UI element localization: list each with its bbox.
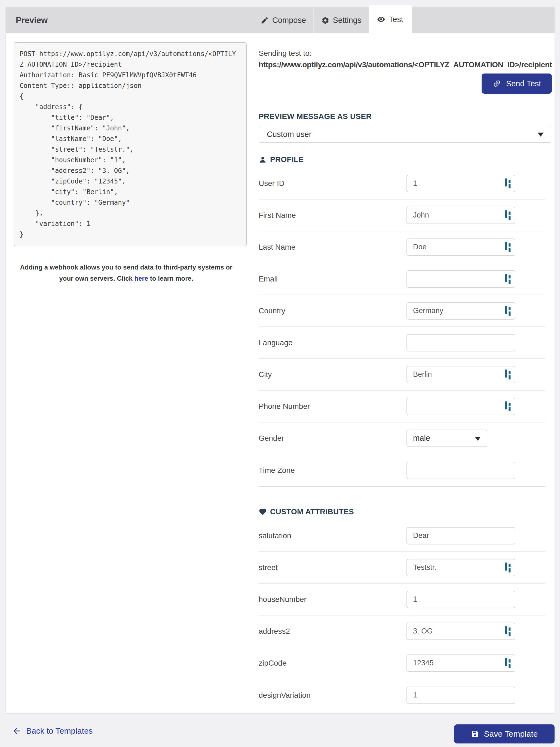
- field-select[interactable]: male: [406, 430, 487, 447]
- custom-attributes-heading: CUSTOM ATTRIBUTES: [259, 508, 557, 516]
- field-label: salutation: [259, 532, 406, 540]
- optilyz-brand-icon: [505, 210, 511, 221]
- field-row: Email: [259, 263, 545, 295]
- profile-section-heading: PROFILE: [259, 155, 557, 164]
- field-input[interactable]: [406, 654, 515, 672]
- chevron-down-icon: [475, 437, 481, 441]
- back-to-templates-link[interactable]: Back to Templates: [12, 723, 93, 739]
- field-row: First Name: [259, 200, 545, 231]
- field-row: houseNumber: [259, 584, 545, 616]
- chevron-down-icon: [538, 133, 544, 137]
- main-card: Preview Compose Settings Test POST https…: [6, 7, 555, 713]
- card-body: POST https://www.optilyz.com/api/v3/auto…: [6, 33, 555, 713]
- field-input[interactable]: [406, 687, 515, 704]
- field-input[interactable]: [406, 175, 515, 192]
- field-label: Language: [259, 338, 406, 347]
- pencil-icon: [260, 16, 269, 25]
- field-input[interactable]: [406, 527, 515, 544]
- gear-icon: [321, 16, 329, 25]
- field-input[interactable]: [406, 398, 515, 415]
- send-test-button[interactable]: Send Test: [482, 74, 552, 94]
- tab-test-active[interactable]: Test: [368, 5, 412, 34]
- optilyz-brand-icon: [505, 274, 511, 284]
- field-label: Gender: [259, 434, 406, 443]
- webhook-note: Adding a webhook allows you to send data…: [18, 262, 235, 284]
- preview-user-select-value: Custom user: [267, 130, 311, 139]
- optilyz-brand-icon: [505, 369, 511, 380]
- sending-test-label: Sending test to:: [259, 49, 552, 58]
- optilyz-brand-icon: [505, 658, 511, 669]
- preview-user-select[interactable]: Custom user: [259, 126, 551, 143]
- arrow-left-icon: [12, 726, 21, 736]
- field-label: User ID: [259, 179, 406, 188]
- save-icon: [471, 730, 479, 738]
- eye-icon: [377, 15, 385, 23]
- field-row: zipCode: [259, 647, 545, 679]
- field-row: Phone Number: [259, 391, 545, 422]
- field-row: address2: [259, 616, 545, 647]
- preview-message-as-user-section: PREVIEW MESSAGE AS USER Custom user: [259, 112, 551, 143]
- heart-icon: [259, 508, 267, 516]
- page: Preview Compose Settings Test POST https…: [0, 0, 560, 747]
- profile-heading-label: PROFILE: [270, 155, 304, 164]
- field-label: Email: [259, 275, 406, 283]
- field-row: street: [259, 552, 545, 584]
- field-row: User ID: [259, 168, 545, 200]
- custom-attributes-heading-label: CUSTOM ATTRIBUTES: [270, 508, 354, 516]
- webhook-here-link[interactable]: here: [134, 275, 148, 282]
- field-label: Country: [259, 307, 406, 315]
- field-row: salutation: [259, 520, 545, 552]
- field-input[interactable]: [406, 302, 515, 319]
- field-input[interactable]: [406, 207, 515, 224]
- field-label: Last Name: [259, 243, 406, 252]
- link-icon: [490, 77, 503, 89]
- tab-compose-label: Compose: [272, 16, 306, 25]
- field-label: street: [259, 563, 406, 572]
- send-test-button-label: Send Test: [506, 79, 541, 88]
- field-label: First Name: [259, 211, 406, 220]
- field-row: Time Zone: [259, 454, 545, 486]
- field-row: Last Name: [259, 231, 545, 263]
- field-input[interactable]: [406, 623, 515, 640]
- field-label: address2: [259, 627, 406, 636]
- field-input[interactable]: [406, 591, 515, 608]
- header-bar: Preview Compose Settings Test: [6, 7, 555, 33]
- profile-fields: User ID First Name Last Name Email: [259, 168, 545, 487]
- tab-test-label: Test: [389, 15, 403, 24]
- field-label: Time Zone: [259, 466, 406, 475]
- tab-settings[interactable]: Settings: [313, 7, 368, 33]
- send-test-section: Sending test to: https://www.optilyz.com…: [247, 33, 557, 102]
- webhook-note-text-after: to learn more.: [148, 275, 193, 282]
- optilyz-brand-icon: [505, 178, 511, 189]
- field-input[interactable]: [406, 238, 515, 256]
- tab-settings-label: Settings: [333, 16, 361, 25]
- webhook-note-text: Adding a webhook allows you to send data…: [20, 263, 232, 282]
- field-label: Phone Number: [259, 402, 406, 411]
- api-request-code-block[interactable]: POST https://www.optilyz.com/api/v3/auto…: [14, 42, 247, 247]
- field-label: City: [259, 370, 406, 379]
- field-row: Language: [259, 327, 545, 359]
- person-icon: [259, 155, 267, 163]
- back-to-templates-label: Back to Templates: [26, 726, 93, 736]
- optilyz-brand-icon: [505, 305, 511, 316]
- page-title: Preview: [16, 7, 48, 33]
- tab-compose[interactable]: Compose: [253, 7, 313, 33]
- field-input[interactable]: [406, 366, 515, 383]
- save-template-button[interactable]: Save Template: [454, 724, 555, 744]
- preview-as-user-heading: PREVIEW MESSAGE AS USER: [259, 112, 551, 121]
- field-label: houseNumber: [259, 595, 406, 604]
- field-label: designVariation: [259, 691, 406, 700]
- field-select-value: male: [413, 434, 430, 443]
- field-row: designVariation: [259, 679, 545, 711]
- preview-panel: POST https://www.optilyz.com/api/v3/auto…: [6, 33, 247, 713]
- field-label: zipCode: [259, 659, 406, 668]
- field-input[interactable]: [406, 462, 515, 479]
- field-input[interactable]: [406, 559, 515, 576]
- sending-test-url: https://www.optilyz.com/api/v3/automatio…: [259, 60, 552, 69]
- save-template-label: Save Template: [484, 729, 538, 739]
- field-input[interactable]: [406, 270, 515, 288]
- field-row: City: [259, 359, 545, 391]
- test-panel: Sending test to: https://www.optilyz.com…: [247, 33, 557, 713]
- field-input[interactable]: [406, 334, 515, 352]
- optilyz-brand-icon: [505, 562, 511, 573]
